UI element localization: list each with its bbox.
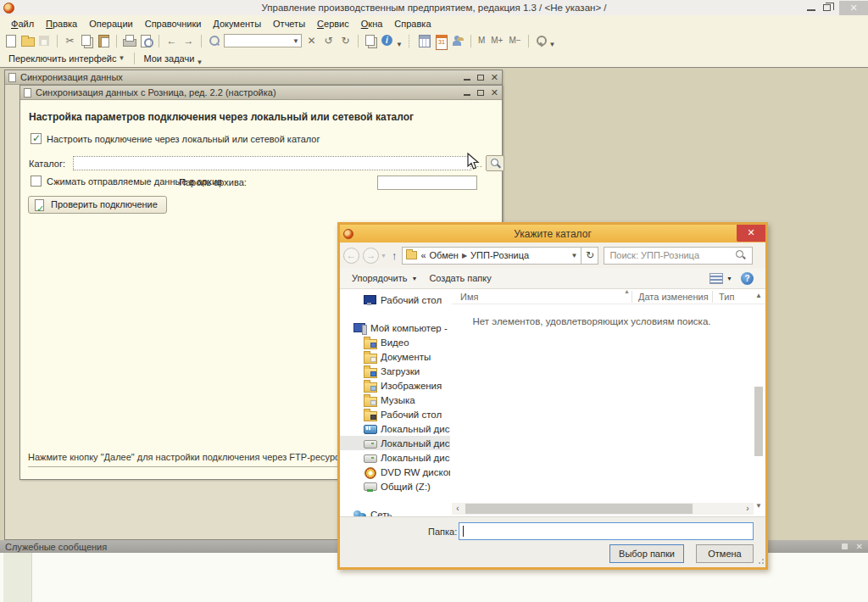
new-folder-button[interactable]: Создать папку bbox=[429, 273, 491, 283]
tree-item[interactable]: Изображения bbox=[340, 378, 450, 393]
refresh-icon[interactable]: ↻ bbox=[581, 247, 598, 265]
menu-item[interactable]: Файл bbox=[5, 17, 40, 31]
restore-icon[interactable] bbox=[823, 4, 831, 11]
m-plus-icon[interactable]: M+ bbox=[489, 34, 504, 47]
open-folder-icon[interactable] bbox=[20, 34, 35, 47]
horizontal-scrollbar[interactable]: ‹ › bbox=[452, 503, 754, 515]
dialog-titlebar[interactable]: Укажите каталог bbox=[340, 225, 765, 242]
tree-item[interactable]: Документы bbox=[340, 349, 450, 364]
scroll-left-icon[interactable]: ‹ bbox=[452, 503, 464, 515]
folder-name-input[interactable] bbox=[459, 522, 754, 540]
menu-item[interactable]: Правка bbox=[40, 17, 83, 31]
tree-item[interactable]: Видео bbox=[340, 335, 450, 349]
paste-icon[interactable] bbox=[97, 34, 111, 47]
menu-item[interactable]: Документы bbox=[207, 17, 267, 31]
back-icon[interactable]: ← bbox=[164, 34, 179, 47]
find-icon[interactable] bbox=[207, 34, 221, 47]
compress-checkbox[interactable] bbox=[31, 176, 42, 187]
menu-item[interactable]: Операции bbox=[83, 17, 138, 31]
archive-password-input[interactable] bbox=[377, 176, 477, 190]
breadcrumb-item[interactable]: Обмен bbox=[430, 250, 459, 260]
tree-item[interactable]: Музыка bbox=[340, 393, 450, 407]
pin-icon[interactable] bbox=[842, 543, 848, 549]
new-doc-icon[interactable] bbox=[3, 34, 18, 47]
tree-item[interactable]: DVD RW дисково bbox=[340, 465, 450, 479]
scrollbar-thumb[interactable] bbox=[465, 504, 693, 514]
tree-item[interactable]: Рабочий стол bbox=[340, 293, 450, 307]
close-icon[interactable]: ✕ bbox=[491, 73, 498, 81]
tree-item[interactable]: Загрузки bbox=[340, 364, 450, 378]
select-folder-button[interactable]: Выбор папки bbox=[609, 544, 684, 563]
chevron-down-icon[interactable]: ▼ bbox=[549, 41, 556, 48]
sheets-icon[interactable] bbox=[364, 34, 378, 47]
preview-icon[interactable] bbox=[139, 34, 153, 47]
cut-icon[interactable]: ✂ bbox=[63, 34, 77, 47]
chevron-down-icon[interactable]: ▼ bbox=[571, 252, 578, 259]
sync-settings-titlebar[interactable]: Синхронизация данных с Розница, ред. 2.2… bbox=[20, 86, 502, 100]
browse-search-button[interactable] bbox=[486, 155, 504, 171]
forward-icon[interactable]: → bbox=[363, 248, 379, 264]
close-icon[interactable]: ✕ bbox=[856, 542, 863, 551]
x-icon[interactable]: ✕ bbox=[304, 34, 319, 47]
tree-item[interactable]: Общий (Z:) bbox=[340, 479, 450, 493]
column-header[interactable]: Имя bbox=[460, 292, 478, 302]
view-options-button[interactable]: ▼ bbox=[709, 273, 732, 284]
menu-item[interactable]: Сервис bbox=[311, 17, 355, 31]
info-icon[interactable] bbox=[381, 34, 395, 47]
refresh-a-icon[interactable]: ↺ bbox=[321, 34, 336, 47]
users-icon[interactable] bbox=[451, 34, 465, 47]
sync-data-titlebar[interactable]: Синхронизация данных ✕ bbox=[5, 70, 502, 85]
breadcrumb[interactable]: « Обмен ▶ УПП-Розница ▼ bbox=[402, 247, 581, 265]
history-chevron-icon[interactable]: ▼ bbox=[381, 253, 387, 259]
search-input[interactable]: Поиск: УПП-Розница bbox=[604, 247, 753, 265]
refresh-b-icon[interactable]: ↻ bbox=[338, 34, 353, 47]
menu-item[interactable]: Отчеты bbox=[267, 17, 311, 31]
minimize-icon[interactable] bbox=[464, 94, 470, 96]
tree-item[interactable]: Мой компьютер - bbox=[340, 321, 450, 335]
save-icon[interactable] bbox=[37, 34, 52, 47]
column-header[interactable]: Дата изменения bbox=[638, 292, 709, 302]
catalog-input[interactable] bbox=[73, 156, 471, 170]
dialog-close-button[interactable]: ✕ bbox=[737, 225, 765, 242]
close-icon[interactable]: ✕ bbox=[839, 1, 868, 15]
column-divider[interactable] bbox=[632, 291, 632, 303]
m-icon[interactable]: M bbox=[476, 34, 487, 47]
copy-icon[interactable] bbox=[80, 34, 94, 47]
resize-grip-icon[interactable] bbox=[757, 559, 764, 566]
forward-icon[interactable]: → bbox=[181, 34, 196, 47]
chevron-down-icon[interactable]: ▼ bbox=[396, 41, 403, 48]
m-minus-icon[interactable]: M− bbox=[507, 34, 522, 47]
switch-interface-button[interactable]: Переключить интерфейс ▼ bbox=[3, 52, 131, 65]
print-icon[interactable] bbox=[122, 34, 136, 47]
minimize-icon[interactable] bbox=[807, 9, 815, 11]
menu-item[interactable]: Окна bbox=[355, 17, 389, 31]
chevron-down-icon[interactable]: ▼ bbox=[292, 37, 299, 45]
quick-search-combobox[interactable]: ▼ bbox=[224, 34, 302, 47]
calc-icon[interactable] bbox=[417, 34, 431, 47]
back-icon[interactable]: ← bbox=[343, 248, 359, 264]
tree-item[interactable]: Сеть bbox=[340, 507, 450, 516]
maximize-icon[interactable] bbox=[477, 90, 484, 96]
check-connection-button[interactable]: Проверить подключение bbox=[28, 196, 167, 214]
menu-item[interactable]: Справочники bbox=[139, 17, 208, 31]
tools-icon[interactable] bbox=[534, 34, 548, 47]
tree-item[interactable]: Локальный диск bbox=[340, 421, 450, 436]
calendar-icon[interactable] bbox=[434, 34, 448, 47]
breadcrumb-overflow[interactable]: « bbox=[420, 250, 426, 260]
scroll-right-icon[interactable]: › bbox=[742, 503, 754, 515]
help-icon[interactable]: ? bbox=[741, 272, 754, 285]
connect-checkbox[interactable] bbox=[31, 133, 42, 144]
column-header[interactable]: Тип bbox=[719, 292, 734, 302]
my-tasks-button[interactable]: Мои задачи ▼ bbox=[138, 48, 209, 70]
organize-button[interactable]: Упорядочить ▼ bbox=[352, 273, 417, 283]
minimize-icon[interactable] bbox=[464, 79, 470, 81]
maximize-icon[interactable] bbox=[477, 75, 484, 81]
menu-item[interactable]: Справка bbox=[388, 17, 437, 31]
up-icon[interactable]: ↑ bbox=[392, 249, 398, 262]
close-icon[interactable]: ✕ bbox=[491, 88, 498, 97]
tree-item[interactable]: Локальный диск bbox=[340, 450, 450, 465]
column-divider[interactable] bbox=[712, 291, 713, 303]
cancel-button[interactable]: Отмена bbox=[696, 544, 754, 563]
breadcrumb-item[interactable]: УПП-Розница bbox=[470, 250, 529, 260]
tree-item[interactable]: Рабочий стол bbox=[340, 407, 450, 421]
